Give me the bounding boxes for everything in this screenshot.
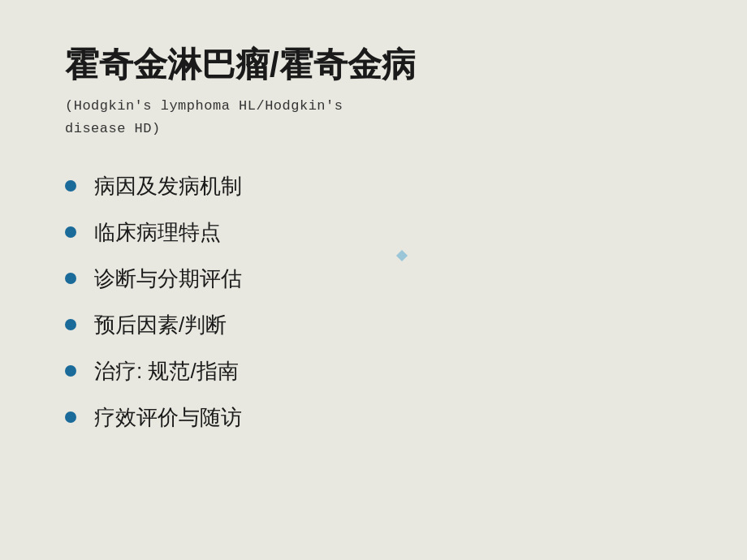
bullet-dot-3 [65, 273, 76, 284]
bullet-dot-5 [65, 365, 76, 377]
slide-subtitle: (Hodgkin's lymphoma HL/Hodgkin's disease… [65, 95, 682, 139]
list-item: 疗效评价与随访 [65, 403, 682, 432]
bullet-text-3: 诊断与分期评估 [94, 265, 242, 293]
list-item: 诊断与分期评估 [65, 265, 682, 293]
list-item: 临床病理特点 [65, 218, 682, 247]
subtitle-line1: (Hodgkin's lymphoma HL/Hodgkin's [65, 98, 343, 114]
bullet-text-1: 病因及发病机制 [94, 172, 242, 200]
bullet-dot-2 [65, 226, 76, 238]
bullet-text-5: 治疗: 规范/指南 [94, 357, 239, 386]
bullet-list: 病因及发病机制 临床病理特点 诊断与分期评估 预后因素/判断 治疗: 规范/指南… [65, 172, 682, 432]
slide-container: 霍奇金淋巴瘤/霍奇金病 (Hodgkin's lymphoma HL/Hodgk… [0, 0, 747, 560]
slide-title: 霍奇金淋巴瘤/霍奇金病 [65, 45, 682, 85]
list-item: 病因及发病机制 [65, 172, 682, 200]
bullet-dot-6 [65, 411, 76, 423]
list-item: 治疗: 规范/指南 [65, 357, 682, 386]
bullet-text-2: 临床病理特点 [94, 218, 221, 247]
list-item: 预后因素/判断 [65, 311, 682, 339]
subtitle-line2: disease HD) [65, 121, 161, 136]
bullet-text-6: 疗效评价与随访 [94, 403, 242, 432]
bullet-dot-1 [65, 180, 76, 192]
bullet-dot-4 [65, 319, 76, 330]
bullet-text-4: 预后因素/判断 [94, 311, 227, 339]
